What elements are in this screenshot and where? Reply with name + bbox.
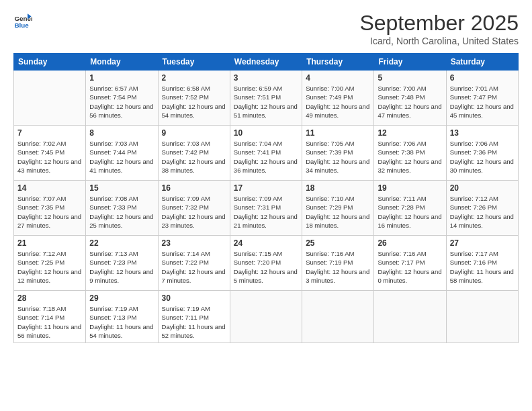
table-cell: 18Sunrise: 7:10 AM Sunset: 7:29 PM Dayli… [302, 181, 374, 236]
day-info: Sunrise: 7:16 AM Sunset: 7:19 PM Dayligh… [306, 249, 370, 285]
day-info: Sunrise: 7:03 AM Sunset: 7:44 PM Dayligh… [89, 139, 154, 175]
day-info: Sunrise: 7:00 AM Sunset: 7:49 PM Dayligh… [306, 84, 370, 120]
day-number: 11 [306, 128, 370, 138]
day-info: Sunrise: 7:00 AM Sunset: 7:48 PM Dayligh… [378, 84, 442, 120]
day-number: 22 [89, 238, 154, 248]
day-number: 2 [162, 73, 226, 83]
table-cell: 4Sunrise: 7:00 AM Sunset: 7:49 PM Daylig… [302, 71, 374, 126]
table-cell [14, 71, 86, 126]
day-number: 21 [17, 238, 82, 248]
table-cell [230, 291, 302, 343]
table-cell: 9Sunrise: 7:03 AM Sunset: 7:42 PM Daylig… [158, 126, 230, 181]
day-number: 29 [89, 293, 154, 303]
table-cell: 8Sunrise: 7:03 AM Sunset: 7:44 PM Daylig… [86, 126, 158, 181]
month-title: September 2025 [359, 11, 519, 36]
day-info: Sunrise: 7:12 AM Sunset: 7:25 PM Dayligh… [17, 249, 82, 285]
day-info: Sunrise: 7:01 AM Sunset: 7:47 PM Dayligh… [450, 84, 515, 120]
day-info: Sunrise: 7:14 AM Sunset: 7:22 PM Dayligh… [162, 249, 226, 285]
day-info: Sunrise: 7:04 AM Sunset: 7:41 PM Dayligh… [234, 139, 298, 175]
day-number: 4 [306, 73, 370, 83]
table-cell: 12Sunrise: 7:06 AM Sunset: 7:38 PM Dayli… [374, 126, 446, 181]
day-info: Sunrise: 7:06 AM Sunset: 7:36 PM Dayligh… [450, 139, 515, 175]
day-info: Sunrise: 6:58 AM Sunset: 7:52 PM Dayligh… [162, 84, 226, 120]
table-cell: 25Sunrise: 7:16 AM Sunset: 7:19 PM Dayli… [302, 236, 374, 291]
table-cell: 7Sunrise: 7:02 AM Sunset: 7:45 PM Daylig… [14, 126, 86, 181]
header-tuesday: Tuesday [158, 54, 230, 71]
table-cell: 24Sunrise: 7:15 AM Sunset: 7:20 PM Dayli… [230, 236, 302, 291]
day-number: 3 [234, 73, 298, 83]
day-number: 26 [378, 238, 442, 248]
day-number: 25 [306, 238, 370, 248]
day-number: 13 [450, 128, 515, 138]
week-row-2: 7Sunrise: 7:02 AM Sunset: 7:45 PM Daylig… [14, 126, 519, 181]
day-number: 19 [378, 183, 442, 193]
logo: General Blue [13, 11, 35, 30]
page-header: General Blue September 2025 Icard, North… [13, 11, 519, 46]
week-row-4: 21Sunrise: 7:12 AM Sunset: 7:25 PM Dayli… [14, 236, 519, 291]
table-cell: 26Sunrise: 7:16 AM Sunset: 7:17 PM Dayli… [374, 236, 446, 291]
table-cell: 10Sunrise: 7:04 AM Sunset: 7:41 PM Dayli… [230, 126, 302, 181]
table-cell [302, 291, 374, 343]
day-info: Sunrise: 6:59 AM Sunset: 7:51 PM Dayligh… [234, 84, 298, 120]
table-cell: 23Sunrise: 7:14 AM Sunset: 7:22 PM Dayli… [158, 236, 230, 291]
table-cell: 28Sunrise: 7:18 AM Sunset: 7:14 PM Dayli… [14, 291, 86, 343]
day-number: 9 [162, 128, 226, 138]
table-cell: 11Sunrise: 7:05 AM Sunset: 7:39 PM Dayli… [302, 126, 374, 181]
day-number: 8 [89, 128, 154, 138]
day-info: Sunrise: 7:09 AM Sunset: 7:32 PM Dayligh… [162, 194, 226, 230]
week-row-3: 14Sunrise: 7:07 AM Sunset: 7:35 PM Dayli… [14, 181, 519, 236]
location: Icard, North Carolina, United States [359, 36, 519, 46]
day-number: 6 [450, 73, 515, 83]
day-info: Sunrise: 7:05 AM Sunset: 7:39 PM Dayligh… [306, 139, 370, 175]
header-monday: Monday [86, 54, 158, 71]
day-info: Sunrise: 7:03 AM Sunset: 7:42 PM Dayligh… [162, 139, 226, 175]
day-number: 18 [306, 183, 370, 193]
table-cell: 17Sunrise: 7:09 AM Sunset: 7:31 PM Dayli… [230, 181, 302, 236]
day-info: Sunrise: 7:19 AM Sunset: 7:11 PM Dayligh… [162, 304, 226, 340]
table-cell: 3Sunrise: 6:59 AM Sunset: 7:51 PM Daylig… [230, 71, 302, 126]
header-saturday: Saturday [446, 54, 518, 71]
table-cell: 2Sunrise: 6:58 AM Sunset: 7:52 PM Daylig… [158, 71, 230, 126]
table-cell: 30Sunrise: 7:19 AM Sunset: 7:11 PM Dayli… [158, 291, 230, 343]
table-cell: 29Sunrise: 7:19 AM Sunset: 7:13 PM Dayli… [86, 291, 158, 343]
table-cell [446, 291, 518, 343]
svg-text:Blue: Blue [14, 21, 29, 29]
day-info: Sunrise: 7:12 AM Sunset: 7:26 PM Dayligh… [450, 194, 515, 230]
day-number: 30 [162, 293, 226, 303]
day-number: 27 [450, 238, 515, 248]
day-number: 17 [234, 183, 298, 193]
day-info: Sunrise: 7:18 AM Sunset: 7:14 PM Dayligh… [17, 304, 82, 340]
day-number: 24 [234, 238, 298, 248]
table-cell: 16Sunrise: 7:09 AM Sunset: 7:32 PM Dayli… [158, 181, 230, 236]
day-info: Sunrise: 7:08 AM Sunset: 7:33 PM Dayligh… [89, 194, 154, 230]
table-cell: 21Sunrise: 7:12 AM Sunset: 7:25 PM Dayli… [14, 236, 86, 291]
day-info: Sunrise: 7:02 AM Sunset: 7:45 PM Dayligh… [17, 139, 82, 175]
header-thursday: Thursday [302, 54, 374, 71]
day-number: 28 [17, 293, 82, 303]
calendar: Sunday Monday Tuesday Wednesday Thursday… [13, 53, 519, 343]
table-cell: 19Sunrise: 7:11 AM Sunset: 7:28 PM Dayli… [374, 181, 446, 236]
day-info: Sunrise: 7:07 AM Sunset: 7:35 PM Dayligh… [17, 194, 82, 230]
day-number: 12 [378, 128, 442, 138]
calendar-header-row: Sunday Monday Tuesday Wednesday Thursday… [14, 54, 519, 71]
day-info: Sunrise: 7:09 AM Sunset: 7:31 PM Dayligh… [234, 194, 298, 230]
day-number: 10 [234, 128, 298, 138]
day-number: 20 [450, 183, 515, 193]
day-number: 14 [17, 183, 82, 193]
day-number: 15 [89, 183, 154, 193]
day-info: Sunrise: 7:19 AM Sunset: 7:13 PM Dayligh… [89, 304, 154, 340]
day-info: Sunrise: 7:10 AM Sunset: 7:29 PM Dayligh… [306, 194, 370, 230]
table-cell: 27Sunrise: 7:17 AM Sunset: 7:16 PM Dayli… [446, 236, 518, 291]
week-row-5: 28Sunrise: 7:18 AM Sunset: 7:14 PM Dayli… [14, 291, 519, 343]
day-info: Sunrise: 7:15 AM Sunset: 7:20 PM Dayligh… [234, 249, 298, 285]
table-cell: 6Sunrise: 7:01 AM Sunset: 7:47 PM Daylig… [446, 71, 518, 126]
day-number: 16 [162, 183, 226, 193]
table-cell: 20Sunrise: 7:12 AM Sunset: 7:26 PM Dayli… [446, 181, 518, 236]
table-cell: 22Sunrise: 7:13 AM Sunset: 7:23 PM Dayli… [86, 236, 158, 291]
week-row-1: 1Sunrise: 6:57 AM Sunset: 7:54 PM Daylig… [14, 71, 519, 126]
day-info: Sunrise: 7:06 AM Sunset: 7:38 PM Dayligh… [378, 139, 442, 175]
header-sunday: Sunday [14, 54, 86, 71]
day-number: 5 [378, 73, 442, 83]
day-number: 7 [17, 128, 82, 138]
day-info: Sunrise: 7:16 AM Sunset: 7:17 PM Dayligh… [378, 249, 442, 285]
